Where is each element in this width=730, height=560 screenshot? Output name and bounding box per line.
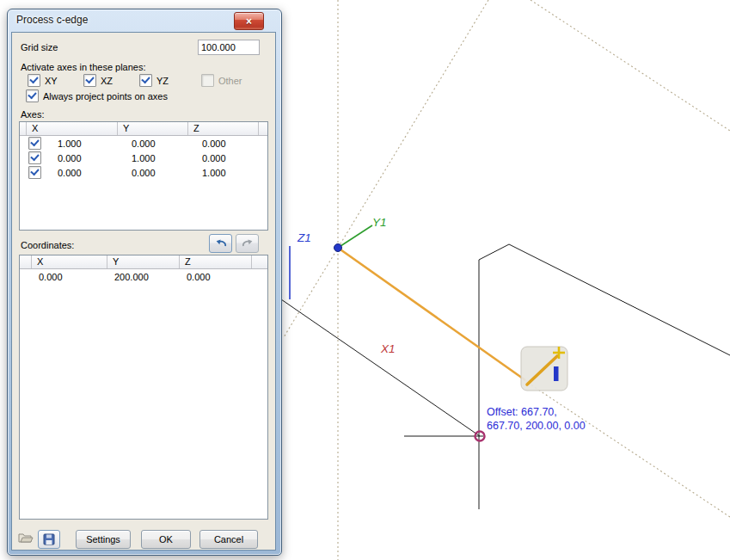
model-edge-x-axis	[281, 299, 480, 436]
edge-preview-line	[338, 248, 525, 380]
model-edge-roof	[509, 244, 730, 355]
axes-table-row[interactable]: 0.000 0.000 1.000	[20, 165, 267, 180]
axes-column-y[interactable]: Y	[118, 122, 188, 135]
axis-row-1-z: 0.000	[197, 138, 267, 149]
grid-size-input[interactable]	[198, 40, 260, 55]
offset-tooltip-line2: 667.70, 200.00, 0.00	[487, 420, 586, 432]
save-disk-icon	[43, 533, 55, 545]
undo-icon	[214, 238, 228, 249]
axes-column-z[interactable]: Z	[188, 122, 259, 135]
model-edge-peak	[479, 244, 509, 260]
checkbox-group-other: Other	[201, 74, 242, 87]
open-file-button[interactable]	[15, 529, 36, 546]
ok-button[interactable]: OK	[141, 530, 191, 549]
coordinates-header-filler	[252, 255, 267, 268]
checkbox-group-yz[interactable]: YZ	[139, 74, 169, 87]
y-axis-label: Y1	[372, 216, 387, 229]
save-button[interactable]	[38, 530, 60, 549]
axis-row-2-y: 1.000	[126, 153, 197, 163]
grid-size-label: Grid size	[21, 42, 58, 52]
coordinate-z-value: 0.000	[180, 272, 252, 282]
coordinates-table-header: X Y Z	[20, 255, 267, 269]
yz-checkbox[interactable]	[139, 74, 152, 87]
axis-row-3-z: 1.000	[197, 168, 267, 178]
axes-table: X Y Z 1.000 0.000 0.000 0.000 1.000 0.00…	[19, 121, 268, 231]
origin-point-marker	[334, 244, 342, 252]
close-icon: ×	[246, 16, 252, 27]
z-axis-label: Z1	[297, 231, 311, 244]
axis-row-1-checkbox[interactable]	[28, 137, 41, 150]
open-folder-icon	[18, 532, 34, 544]
axis-row-1-y: 0.000	[126, 138, 197, 149]
coordinates-table: X Y Z 0.000 200.000 0.000	[19, 255, 268, 520]
axis-row-3-checkbox[interactable]	[28, 166, 41, 179]
project-points-label: Always project points on axes	[43, 91, 168, 102]
dialog-title: Process c-edge	[16, 14, 88, 26]
other-checkbox	[201, 74, 214, 87]
project-points-checkbox[interactable]	[26, 89, 39, 102]
other-checkbox-label: Other	[218, 76, 242, 86]
bottom-right-guide-line	[528, 383, 730, 517]
coordinates-table-row[interactable]: 0.000 200.000 0.000	[20, 269, 267, 284]
line-tool-cursor-icon	[521, 347, 567, 391]
redo-button[interactable]	[236, 234, 259, 253]
axis-row-3-x: 0.000	[41, 168, 126, 178]
offset-tooltip-line1: Offset: 667.70,	[487, 406, 557, 418]
axis-row-2-x: 0.000	[41, 153, 126, 163]
axis-row-2-checkbox[interactable]	[28, 151, 41, 164]
coordinates-column-x[interactable]: X	[32, 255, 107, 268]
axis-row-3-y: 0.000	[126, 168, 197, 178]
axes-table-row[interactable]: 1.000 0.000 0.000	[20, 136, 267, 151]
checkbox-group-xy[interactable]: XY	[28, 74, 58, 87]
process-c-edge-dialog: Process c-edge × Grid size Activate axes…	[7, 9, 282, 556]
checkbox-group-xz[interactable]: XZ	[83, 74, 113, 87]
xy-checkbox[interactable]	[28, 74, 40, 87]
xz-checkbox[interactable]	[83, 74, 96, 87]
axes-header-filler	[259, 122, 267, 135]
coordinates-column-z[interactable]: Z	[180, 255, 252, 268]
dialog-titlebar[interactable]: Process c-edge ×	[8, 9, 281, 32]
axis-row-2-z: 0.000	[197, 153, 267, 163]
axis-row-1-x: 1.000	[41, 138, 126, 149]
settings-button[interactable]: Settings	[76, 530, 131, 549]
cancel-button[interactable]: Cancel	[199, 530, 258, 549]
axes-label: Axes:	[21, 109, 45, 120]
application-window: Z1 Y1 X1 Offset: 667.70, 667.70, 200.00,…	[0, 0, 730, 560]
dialog-body: Grid size Activate axes in these planes:…	[11, 32, 276, 551]
axes-table-header: X Y Z	[20, 122, 267, 136]
axes-column-x[interactable]: X	[27, 122, 118, 135]
x-axis-label: X1	[380, 342, 396, 355]
undo-button[interactable]	[209, 234, 232, 253]
cursor-axis-lock-bar	[554, 366, 559, 381]
top-right-guide-line	[531, 0, 730, 131]
close-button[interactable]: ×	[234, 12, 264, 30]
coordinate-y-value: 200.000	[107, 272, 180, 282]
coordinates-label: Coordinates:	[21, 240, 74, 250]
yz-checkbox-label: YZ	[156, 76, 169, 86]
xz-checkbox-label: XZ	[101, 76, 113, 86]
axes-table-row[interactable]: 0.000 1.000 0.000	[20, 151, 267, 165]
coordinate-x-value: 0.000	[32, 272, 107, 282]
diagonal-guide-line	[284, 0, 488, 337]
planes-label: Activate axes in these planes:	[21, 62, 146, 72]
xy-checkbox-label: XY	[45, 76, 58, 86]
y-axis-line	[338, 225, 372, 248]
coordinates-header-spacer	[20, 255, 32, 268]
coordinates-column-y[interactable]: Y	[107, 255, 180, 268]
redo-icon	[241, 238, 255, 249]
checkbox-group-project[interactable]: Always project points on axes	[26, 89, 168, 102]
axes-header-spacer	[20, 122, 27, 135]
